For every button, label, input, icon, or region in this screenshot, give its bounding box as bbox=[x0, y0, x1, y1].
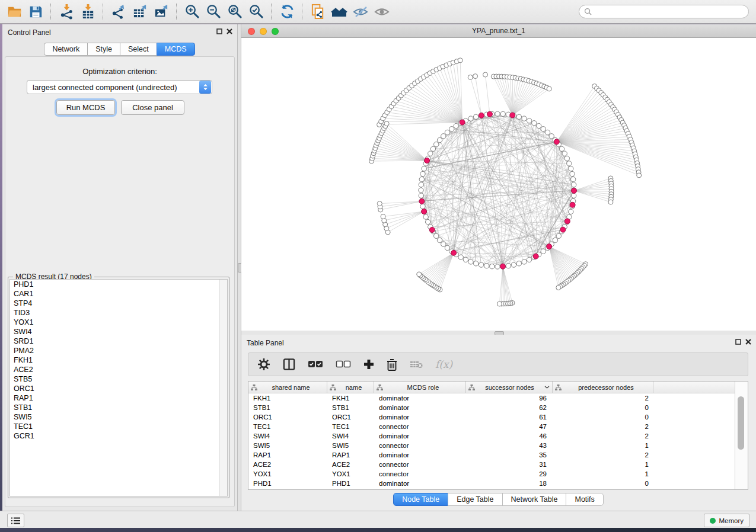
mcds-result-list[interactable]: PHD1CAR1STP4TID3YOX1SWI4SRD1PMA2FKH1ACE2… bbox=[9, 279, 228, 496]
zoom-selected-button[interactable] bbox=[245, 2, 267, 21]
mcds-node-item[interactable]: STB5 bbox=[10, 374, 227, 384]
table-cell[interactable]: ACE2 bbox=[248, 461, 327, 468]
sort-descending-icon[interactable] bbox=[544, 386, 550, 389]
import-network-button[interactable] bbox=[56, 2, 77, 21]
dominator-node[interactable] bbox=[533, 254, 538, 259]
export-network-button[interactable] bbox=[108, 2, 129, 21]
dominator-node[interactable] bbox=[429, 227, 435, 233]
table-cell[interactable]: TEC1 bbox=[327, 423, 374, 430]
function-builder-button[interactable]: f(x) bbox=[435, 358, 452, 370]
dominator-node[interactable] bbox=[571, 188, 576, 193]
float-panel-icon[interactable] bbox=[735, 339, 741, 345]
table-cell[interactable]: 2 bbox=[553, 451, 653, 459]
dominator-node[interactable] bbox=[487, 111, 492, 117]
table-row[interactable]: RAP1RAP1dominator352 bbox=[248, 450, 748, 460]
table-cell[interactable]: FKH1 bbox=[327, 395, 374, 402]
table-cell[interactable]: 61 bbox=[466, 414, 553, 421]
task-history-button[interactable] bbox=[7, 514, 24, 527]
zoom-fit-button[interactable] bbox=[224, 2, 245, 21]
table-row[interactable]: ACE2ACE2connector311 bbox=[248, 460, 748, 469]
vertical-splitter[interactable] bbox=[237, 24, 241, 511]
table-cell[interactable]: connector bbox=[374, 423, 466, 430]
column-header-name[interactable]: name bbox=[327, 382, 374, 393]
export-image-button[interactable] bbox=[151, 2, 172, 21]
add-column-icon[interactable] bbox=[363, 359, 374, 370]
table-cell[interactable]: 2 bbox=[553, 395, 653, 402]
dominator-node[interactable] bbox=[560, 227, 566, 232]
table-cell[interactable]: YOX1 bbox=[327, 470, 374, 477]
table-cell[interactable]: dominator bbox=[374, 404, 466, 411]
table-row[interactable]: SWI5SWI5connector431 bbox=[248, 441, 748, 450]
dominator-node[interactable] bbox=[460, 120, 465, 125]
float-panel-icon[interactable] bbox=[216, 28, 222, 34]
table-scrollbar-thumb[interactable] bbox=[738, 396, 744, 450]
column-header-successor-nodes[interactable]: successor nodes bbox=[466, 382, 553, 393]
tab-node-table[interactable]: Node Table bbox=[393, 493, 448, 506]
table-scrollbar[interactable] bbox=[735, 382, 748, 489]
mcds-node-item[interactable]: PHD1 bbox=[10, 280, 227, 289]
search-input[interactable] bbox=[595, 7, 744, 17]
mcds-node-item[interactable]: RAP1 bbox=[10, 393, 227, 403]
mcds-list-scrollbar[interactable] bbox=[219, 280, 227, 496]
tab-mcds[interactable]: MCDS bbox=[157, 43, 195, 56]
close-panel-icon[interactable] bbox=[745, 339, 751, 345]
table-row[interactable]: YOX1YOX1connector291 bbox=[248, 469, 748, 479]
table-row[interactable]: ORC1ORC1dominator610 bbox=[248, 412, 748, 422]
mcds-node-item[interactable]: STP4 bbox=[10, 299, 227, 308]
table-cell[interactable]: STB1 bbox=[327, 404, 374, 411]
table-settings-gear-icon[interactable] bbox=[257, 358, 270, 371]
table-cell[interactable]: 31 bbox=[466, 461, 553, 468]
table-cell[interactable]: 1 bbox=[553, 442, 653, 449]
mcds-node-item[interactable]: SWI4 bbox=[10, 327, 227, 336]
delete-column-trash-icon[interactable] bbox=[387, 358, 397, 371]
table-cell[interactable]: 18 bbox=[466, 480, 553, 487]
table-cell[interactable]: dominator bbox=[374, 480, 466, 487]
memory-button[interactable]: Memory bbox=[704, 514, 749, 527]
dominator-node[interactable] bbox=[451, 250, 457, 255]
table-cell[interactable]: 1 bbox=[553, 461, 653, 468]
table-row[interactable]: SWI4SWI4dominator462 bbox=[248, 431, 748, 441]
first-neighbors-button[interactable] bbox=[328, 2, 350, 21]
table-cell[interactable]: ACE2 bbox=[327, 461, 374, 468]
mcds-node-item[interactable]: TEC1 bbox=[10, 422, 227, 431]
tab-edge-table[interactable]: Edge Table bbox=[448, 493, 502, 506]
search-field[interactable] bbox=[579, 5, 749, 18]
table-cell[interactable]: 46 bbox=[466, 432, 553, 440]
table-cell[interactable]: ORC1 bbox=[248, 414, 327, 421]
tab-network-table[interactable]: Network Table bbox=[502, 493, 567, 506]
select-all-icon[interactable] bbox=[308, 360, 323, 368]
table-cell[interactable]: 0 bbox=[553, 414, 653, 421]
dominator-node[interactable] bbox=[554, 139, 559, 145]
tab-motifs[interactable]: Motifs bbox=[566, 493, 603, 506]
column-header-MCDS-role[interactable]: MCDS role bbox=[374, 382, 466, 393]
table-cell[interactable]: RAP1 bbox=[248, 451, 327, 459]
table-cell[interactable]: 35 bbox=[466, 451, 553, 459]
dominator-node[interactable] bbox=[419, 198, 425, 204]
table-cell[interactable]: FKH1 bbox=[248, 395, 327, 402]
mcds-node-item[interactable]: FKH1 bbox=[10, 355, 227, 365]
dominator-node[interactable] bbox=[510, 113, 515, 118]
table-cell[interactable]: TEC1 bbox=[248, 423, 327, 430]
table-cell[interactable]: connector bbox=[374, 442, 466, 449]
table-cell[interactable]: 2 bbox=[553, 423, 653, 430]
open-file-button[interactable] bbox=[4, 2, 25, 21]
table-cell[interactable]: 29 bbox=[466, 470, 553, 477]
table-cell[interactable]: SWI4 bbox=[248, 432, 327, 440]
import-table-button[interactable] bbox=[77, 2, 98, 21]
column-header-predecessor-nodes[interactable]: predecessor nodes bbox=[553, 382, 653, 393]
table-cell[interactable]: 47 bbox=[466, 423, 553, 430]
table-cell[interactable]: RAP1 bbox=[327, 451, 374, 459]
network-canvas[interactable] bbox=[241, 38, 756, 331]
table-cell[interactable]: SWI4 bbox=[327, 432, 374, 440]
table-cell[interactable]: PHD1 bbox=[327, 480, 374, 487]
table-cell[interactable]: SWI5 bbox=[327, 442, 374, 449]
table-cell[interactable]: 62 bbox=[466, 404, 553, 411]
dominator-node[interactable] bbox=[422, 209, 427, 214]
show-columns-icon[interactable] bbox=[283, 358, 295, 371]
tab-network[interactable]: Network bbox=[44, 43, 88, 56]
deselect-all-icon[interactable] bbox=[336, 360, 351, 368]
dominator-node[interactable] bbox=[500, 264, 505, 269]
mcds-node-item[interactable]: PMA2 bbox=[10, 346, 227, 355]
table-cell[interactable]: YOX1 bbox=[248, 470, 327, 477]
hide-selected-button[interactable] bbox=[350, 2, 371, 21]
